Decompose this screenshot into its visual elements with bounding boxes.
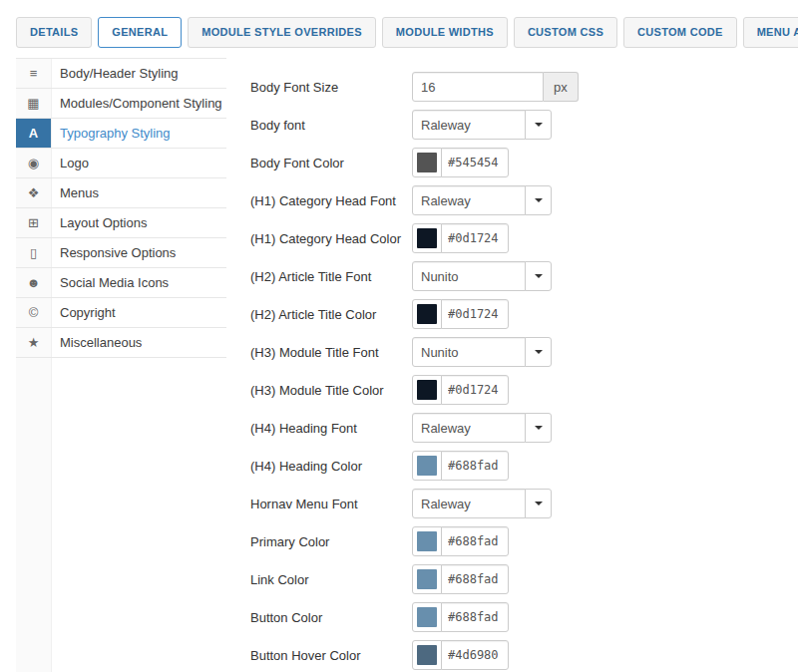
users-icon: ☻ [16,268,51,297]
font-combo [412,489,552,518]
tab-bar: DETAILSGENERALMODULE STYLE OVERRIDESMODU… [0,0,798,58]
color-swatch [417,153,437,172]
unit-addon: px [544,72,579,102]
field-button-hover-color: Button Hover Color [250,640,782,670]
field-label: Link Color [250,572,412,587]
grid-icon: ▦ [16,89,51,118]
hornav-menu-font-dropdown-button[interactable] [525,489,552,518]
sidebar-item-typography-styling[interactable]: ATypography Styling [16,119,226,149]
button-hover-color-input[interactable] [441,640,509,670]
field-label: (H1) Category Head Font [250,193,412,208]
field-h1-category-head-font: (H1) Category Head Font [250,185,782,215]
h4-heading-font-dropdown-button[interactable] [525,413,552,443]
primary-color-swatch[interactable] [412,526,442,556]
field-label: (H4) Heading Color [250,459,412,474]
sidebar-item-label: Layout Options [51,208,147,237]
link-color-input[interactable] [441,564,509,594]
sidebar-item-label: Responsive Options [51,238,176,267]
color-group [412,299,509,329]
button-color-input[interactable] [441,602,509,632]
color-group [412,148,509,177]
body-font-input[interactable] [412,110,526,140]
chevron-down-icon [535,198,543,202]
chevron-down-icon [535,426,543,430]
body-font-color-input[interactable] [441,148,509,177]
field-label: (H2) Article Title Font [250,269,412,284]
h3-module-title-color-input[interactable] [441,375,509,405]
settings-sidebar: ≡Body/Header Styling▦Modules/Component S… [16,58,226,672]
h4-heading-font-input[interactable] [412,413,526,443]
field-h3-module-title-color: (H3) Module Title Color [250,375,782,405]
field-button-color: Button Color [250,602,782,632]
tab-module-widths[interactable]: MODULE WIDTHS [382,17,508,48]
h2-article-title-font-input[interactable] [412,261,526,291]
sidebar-item-logo[interactable]: ◉Logo [16,149,226,178]
field-label: Hornav Menu Font [250,497,412,511]
field-label: Button Color [250,610,412,625]
color-group [412,223,509,253]
sidebar-item-modules-component-styling[interactable]: ▦Modules/Component Styling [16,89,226,119]
h2-article-title-font-dropdown-button[interactable] [525,261,552,291]
body-font-dropdown-button[interactable] [525,110,552,140]
sidebar-item-layout-options[interactable]: ⊞Layout Options [16,208,226,238]
field-h2-article-title-color: (H2) Article Title Color [250,299,782,329]
tab-details[interactable]: DETAILS [16,17,92,48]
input-group: px [412,72,579,102]
copyright-icon: © [16,298,51,327]
button-hover-color-swatch[interactable] [412,640,442,670]
h4-heading-color-input[interactable] [441,451,509,481]
body-font-size-input[interactable] [412,72,544,102]
sidebar-item-copyright[interactable]: ©Copyright [16,298,226,328]
sidebar-item-label: Logo [51,149,89,177]
color-swatch [417,456,437,476]
menus-icon: ❖ [16,178,51,207]
sidebar-item-label: Body/Header Styling [51,59,179,88]
chevron-down-icon [535,350,543,354]
h1-category-head-font-dropdown-button[interactable] [525,185,552,215]
color-group [412,375,509,405]
field-h2-article-title-font: (H2) Article Title Font [250,261,782,291]
field-h4-heading-color: (H4) Heading Color [250,451,782,481]
field-label: Body Font Color [250,156,412,170]
tab-menu-assignment[interactable]: MENU ASSIGNMENT [743,17,798,48]
h1-category-head-font-input[interactable] [412,185,526,215]
link-color-swatch[interactable] [412,564,442,594]
sidebar-item-responsive-options[interactable]: ▯Responsive Options [16,238,226,268]
h3-module-title-color-swatch[interactable] [412,375,442,405]
sidebar-item-miscellaneous[interactable]: ★Miscellaneous [16,328,226,358]
field-h4-heading-font: (H4) Heading Font [250,413,782,443]
h3-module-title-font-input[interactable] [412,337,526,367]
hornav-menu-font-input[interactable] [412,489,526,518]
tab-custom-code[interactable]: CUSTOM CODE [623,17,737,48]
field-h1-category-head-color: (H1) Category Head Color [250,223,782,253]
field-label: Primary Color [250,534,412,549]
settings-layout: ≡Body/Header Styling▦Modules/Component S… [0,58,798,672]
h4-heading-color-swatch[interactable] [412,451,442,481]
font-combo [412,185,552,215]
field-h3-module-title-font: (H3) Module Title Font [250,337,782,367]
h2-article-title-color-swatch[interactable] [412,299,442,329]
field-label: Button Hover Color [250,648,412,663]
button-color-swatch[interactable] [412,602,442,632]
h1-category-head-color-swatch[interactable] [412,223,442,253]
chevron-down-icon [535,274,543,278]
h2-article-title-color-input[interactable] [441,299,509,329]
sidebar-item-menus[interactable]: ❖Menus [16,178,226,208]
field-hornav-menu-font: Hornav Menu Font [250,489,782,518]
color-group [412,451,509,481]
layout-icon: ⊞ [16,208,51,237]
tab-module-style-overrides[interactable]: MODULE STYLE OVERRIDES [188,17,376,48]
sidebar-item-label: Menus [51,178,99,207]
h1-category-head-color-input[interactable] [441,223,509,253]
sidebar-item-social-media-icons[interactable]: ☻Social Media Icons [16,268,226,298]
sidebar-item-label: Modules/Component Styling [51,89,222,118]
field-label: (H1) Category Head Color [250,231,412,246]
star-icon: ★ [16,328,51,357]
sidebar-item-body-header-styling[interactable]: ≡Body/Header Styling [16,59,226,89]
color-swatch [417,645,437,665]
tab-general[interactable]: GENERAL [98,17,182,48]
tab-custom-css[interactable]: CUSTOM CSS [514,17,617,48]
primary-color-input[interactable] [441,526,509,556]
body-font-color-swatch[interactable] [412,148,442,177]
h3-module-title-font-dropdown-button[interactable] [525,337,552,367]
